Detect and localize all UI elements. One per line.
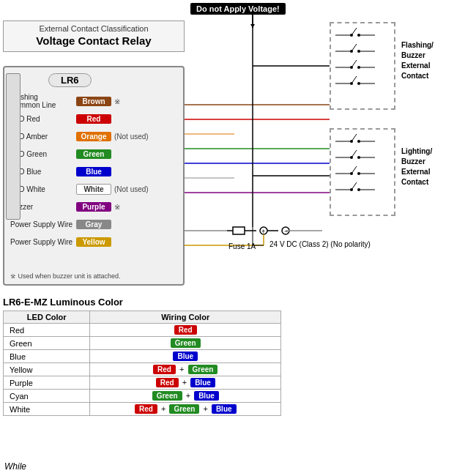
col-header-wiring: Wiring Color — [90, 311, 281, 324]
contact-label-light: Lighting/ Buzzer External Contact — [401, 146, 432, 187]
wire-badge-yellow: Yellow — [76, 237, 111, 247]
wire-note-white: (Not used) — [114, 185, 149, 193]
badge-red-p: Red — [156, 378, 179, 387]
power-label: 24 V DC (Class 2) (No polarity) — [269, 240, 371, 248]
wiring-cyan: Green + Blue — [90, 390, 281, 403]
svg-text:−: − — [284, 228, 288, 235]
table-row-blue: Blue Blue — [4, 350, 281, 363]
wire-rows: FlashingCommon Line Brown ※ LED Red Red … — [10, 94, 179, 252]
svg-point-22 — [282, 227, 289, 234]
wire-row-red: LED Red Red — [10, 111, 179, 126]
table-row-yellow: Yellow Red + Green — [4, 363, 281, 376]
contact-box-flash — [330, 22, 395, 110]
svg-rect-17 — [233, 227, 245, 234]
wire-row-gray: Power Supply Wire Gray — [10, 217, 179, 231]
wire-row-yellow: Power Supply Wire Yellow — [10, 234, 179, 249]
wiring-white: Red + Green + Blue — [90, 403, 281, 416]
light-line4: Contact — [401, 177, 432, 187]
table-row-purple: Purple Red + Blue — [4, 376, 281, 390]
bottom-section: LR6-E-MZ Luminous Color LED Color Wiring… — [3, 297, 281, 416]
flash-line4: Contact — [401, 71, 434, 81]
wire-row-flashing: FlashingCommon Line Brown ※ — [10, 94, 179, 108]
asterisk-note: ※ Used when buzzer unit is attached. — [10, 272, 121, 280]
wire-row-buzzer: Buzzer Purple ※ — [10, 199, 179, 214]
wiring-green: Green — [90, 337, 281, 350]
badge-blue-w: Blue — [212, 404, 237, 414]
table-row-white: White Red + Green + Blue — [4, 403, 281, 416]
wiring-purple: Red + Blue — [90, 376, 281, 390]
fuse-label: Fuse 1A — [228, 242, 256, 251]
badge-blue: Blue — [173, 352, 198, 361]
contact-box-light — [330, 128, 395, 216]
table-row-red: Red Red — [4, 324, 281, 337]
contact-label-flash: Flashing/ Buzzer External Contact — [401, 40, 434, 81]
badge-red: Red — [174, 325, 197, 335]
wire-badge-gray: Gray — [76, 220, 111, 229]
light-line1: Lighting/ — [401, 146, 432, 157]
wire-badge-green: Green — [76, 149, 111, 159]
device-box — [6, 73, 21, 220]
flash-line2: Buzzer — [401, 51, 434, 61]
ext-class-subtitle: Voltage Contact Relay — [10, 34, 178, 47]
badge-blue-c: Blue — [194, 391, 219, 401]
svg-marker-1 — [250, 24, 255, 28]
led-cyan: Cyan — [4, 390, 90, 403]
led-blue: Blue — [4, 350, 90, 363]
flash-line1: Flashing/ — [401, 40, 434, 51]
badge-red-w: Red — [135, 404, 157, 414]
wire-row-white: LED White White (Not used) — [10, 182, 179, 196]
wire-note-flashing: ※ — [114, 97, 120, 105]
table-title: LR6-E-MZ Luminous Color — [3, 297, 281, 308]
badge-green-y: Green — [188, 365, 218, 374]
svg-text:+: + — [261, 228, 265, 235]
wire-note-amber: (Not used) — [114, 133, 149, 141]
lr6-label: LR6 — [48, 73, 92, 87]
ext-class-box: External Contact Classification Voltage … — [3, 21, 185, 52]
badge-green-w: Green — [169, 404, 199, 414]
wiring-blue: Blue — [90, 350, 281, 363]
badge-red-y: Red — [153, 365, 176, 374]
badge-green-c: Green — [152, 391, 182, 401]
led-purple: Purple — [4, 376, 90, 390]
wire-note-buzzer: ※ — [114, 203, 120, 211]
led-red: Red — [4, 324, 90, 337]
wire-badge-red: Red — [76, 114, 111, 124]
wire-label-gray: Power Supply Wire — [10, 220, 76, 228]
wire-badge-brown: Brown — [76, 97, 111, 106]
wiring-red: Red — [90, 324, 281, 337]
wire-badge-blue: Blue — [76, 167, 111, 176]
do-not-apply-label: Do not Apply Voltage! — [190, 3, 286, 15]
table-row-cyan: Cyan Green + Blue — [4, 390, 281, 403]
while-text: While — [4, 461, 26, 472]
col-header-led: LED Color — [4, 311, 90, 324]
badge-green: Green — [171, 338, 201, 348]
flash-line3: External — [401, 61, 434, 71]
wire-row-amber: LED Amber Orange (Not used) — [10, 129, 179, 144]
led-white: White — [4, 403, 90, 416]
wire-row-blue: LED Blue Blue — [10, 164, 179, 179]
wire-badge-purple: Purple — [76, 202, 111, 212]
led-green: Green — [4, 337, 90, 350]
wire-badge-white: White — [76, 184, 111, 195]
svg-point-19 — [260, 227, 267, 234]
wire-row-green: LED Green Green — [10, 146, 179, 161]
badge-blue-p: Blue — [190, 378, 215, 387]
diagram-area: LR6 FlashingCommon Line Brown ※ LED Red … — [3, 66, 185, 286]
light-line3: External — [401, 167, 432, 177]
wire-badge-orange: Orange — [76, 132, 111, 141]
wiring-yellow: Red + Green — [90, 363, 281, 376]
light-line2: Buzzer — [401, 157, 432, 167]
led-yellow: Yellow — [4, 363, 90, 376]
wire-label-yellow: Power Supply Wire — [10, 238, 76, 246]
ext-class-title: External Contact Classification — [10, 24, 178, 33]
table-row-green: Green Green — [4, 337, 281, 350]
color-table: LED Color Wiring Color Red Red Green Gre… — [3, 310, 281, 416]
